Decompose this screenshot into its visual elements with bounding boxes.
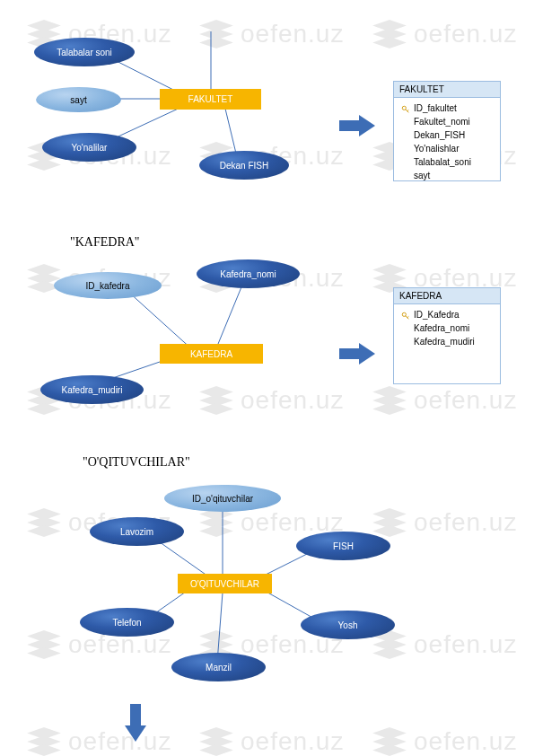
node-id-kafedra: ID_kafedra (54, 272, 162, 299)
node-label: Kafedra_nomi (220, 269, 276, 279)
watermark-text: oefen.uz (414, 386, 517, 415)
node-label: Manzil (206, 663, 232, 672)
arrow-down-icon (125, 725, 146, 742)
watermark-text: oefen.uz (414, 727, 517, 756)
entity-oqituvchilar: O'QITUVCHILAR (178, 574, 272, 593)
table-row: ID_Kafedra (401, 308, 493, 321)
svg-line-6 (218, 278, 245, 344)
watermark-text: oefen.uz (414, 20, 517, 48)
svg-line-19 (407, 316, 409, 317)
table-header: FAKULTET (394, 82, 500, 98)
table-kafedra: KAFEDRA ID_Kafedra Kafedra_nomi Kafedra_… (393, 287, 501, 384)
watermark-text: oefen.uz (241, 386, 344, 415)
node-label: Kafedra_mudiri (62, 385, 123, 395)
field-label: Kafedra_nomi (414, 321, 469, 335)
table-row: Talabalat_soni (401, 155, 493, 169)
node-talabalar-soni: Talabalar soni (34, 38, 135, 66)
section-title-kafedra: "KAFEDRA" (70, 235, 140, 250)
node-label: sayt (70, 95, 86, 105)
node-label: Telefon (112, 618, 141, 628)
entity-label: O'QITUVCHILAR (190, 579, 259, 589)
node-kafedra-nomi: Kafedra_nomi (197, 259, 300, 288)
node-label: ID_kafedra (86, 281, 130, 291)
watermark-text: oefen.uz (414, 508, 517, 537)
node-label: FISH (333, 541, 354, 551)
table-row: sayt (401, 169, 493, 182)
node-lavozim: Lavozim (90, 517, 184, 546)
arrow-right-icon (359, 343, 375, 365)
table-fakultet: FAKULTET ID_fakultet Fakultet_nomi Dekan… (393, 81, 501, 181)
entity-fakultet: FAKULTET (160, 89, 261, 110)
field-label: Talabalat_soni (414, 155, 471, 169)
field-label: ID_fakultet (414, 101, 457, 115)
node-label: Lavozim (120, 527, 153, 537)
field-label: sayt (414, 169, 430, 182)
key-icon (401, 104, 410, 113)
svg-line-4 (225, 109, 237, 157)
node-fish: FISH (296, 532, 390, 560)
node-label: Yosh (338, 620, 358, 630)
field-label: Kafedra_mudiri (414, 335, 475, 348)
table-row: ID_fakultet (401, 101, 493, 115)
svg-line-5 (128, 292, 193, 350)
entity-label: KAFEDRA (190, 349, 232, 359)
arrow-right-icon (359, 115, 375, 136)
key-icon (401, 311, 410, 320)
node-label: ID_o'qituvchilar (192, 494, 253, 504)
table-row: Yo'nalishlar (401, 142, 493, 155)
table-row: Kafedra_mudiri (401, 335, 493, 348)
field-label: ID_Kafedra (414, 308, 460, 321)
section-title-oqituvchilar: "O'QITUVCHILAR" (83, 455, 190, 470)
node-id-oqituvchilar: ID_o'qituvchilar (164, 485, 281, 512)
node-sayt: sayt (36, 87, 121, 112)
entity-kafedra: KAFEDRA (160, 344, 263, 364)
node-dekan-fish: Dekan FISH (199, 151, 289, 180)
table-row: Fakultet_nomi (401, 115, 493, 128)
table-row: Kafedra_nomi (401, 321, 493, 335)
node-label: Talabalar soni (57, 48, 112, 57)
node-label: Dekan FISH (220, 161, 268, 171)
svg-line-16 (407, 110, 409, 110)
field-label: Dekan_FISH (414, 128, 465, 142)
node-label: Yo'nalilar (72, 143, 108, 153)
field-label: Fakultet_nomi (414, 115, 470, 128)
table-header: KAFEDRA (394, 288, 500, 304)
watermark-text: oefen.uz (241, 727, 344, 756)
node-manzil: Manzil (171, 653, 266, 681)
watermark-text: oefen.uz (68, 727, 171, 756)
node-kafedra-mudiri: Kafedra_mudiri (40, 375, 144, 404)
node-yonalilar: Yo'nalilar (42, 133, 136, 162)
watermark-text: oefen.uz (414, 630, 517, 659)
watermark-text: oefen.uz (241, 20, 344, 48)
entity-label: FAKULTET (188, 94, 233, 104)
node-yosh: Yosh (301, 611, 395, 639)
table-row: Dekan_FISH (401, 128, 493, 142)
node-telefon: Telefon (80, 608, 174, 637)
field-label: Yo'nalishlar (414, 142, 459, 155)
